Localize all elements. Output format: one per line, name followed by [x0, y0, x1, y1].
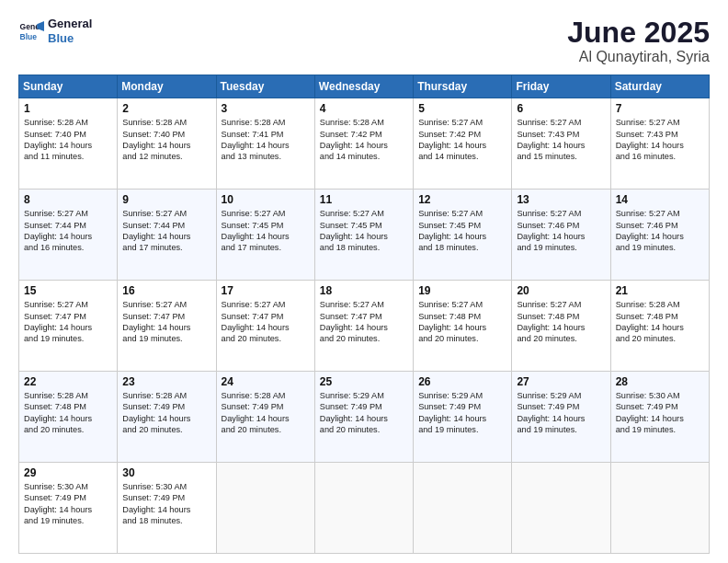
day-number: 3: [222, 102, 310, 115]
cell-line: Sunrise: 5:29 AM: [320, 390, 408, 401]
cell-line: Sunset: 7:47 PM: [320, 311, 408, 322]
cell-line: Sunset: 7:46 PM: [616, 220, 704, 231]
cell-line: Sunrise: 5:27 AM: [222, 299, 310, 310]
cell-line: and 18 minutes.: [320, 242, 408, 253]
table-row: [414, 463, 512, 554]
day-number: 6: [517, 102, 605, 115]
header-thursday: Thursday: [414, 75, 512, 98]
header-friday: Friday: [512, 75, 610, 98]
cell-line: and 17 minutes.: [122, 242, 210, 253]
day-number: 11: [320, 193, 408, 206]
table-row: 6Sunrise: 5:27 AMSunset: 7:43 PMDaylight…: [512, 98, 610, 190]
day-number: 28: [616, 375, 704, 388]
cell-line: and 19 minutes.: [517, 242, 605, 253]
cell-line: and 17 minutes.: [222, 242, 310, 253]
cell-line: Sunrise: 5:28 AM: [122, 390, 210, 401]
day-number: 30: [122, 466, 210, 479]
cell-line: Sunset: 7:47 PM: [24, 311, 112, 322]
cell-line: Daylight: 14 hours: [418, 140, 506, 151]
cell-line: Daylight: 14 hours: [122, 413, 210, 424]
cell-line: and 20 minutes.: [222, 333, 310, 344]
cell-line: and 19 minutes.: [418, 424, 506, 435]
table-row: 27Sunrise: 5:29 AMSunset: 7:49 PMDayligh…: [512, 372, 610, 463]
cell-line: Daylight: 14 hours: [24, 140, 112, 151]
calendar-row: 8Sunrise: 5:27 AMSunset: 7:44 PMDaylight…: [19, 190, 710, 281]
cell-line: Sunrise: 5:28 AM: [616, 299, 704, 310]
cell-line: Sunset: 7:45 PM: [418, 220, 506, 231]
header-tuesday: Tuesday: [216, 75, 314, 98]
cell-line: Daylight: 14 hours: [320, 231, 408, 242]
table-row: 18Sunrise: 5:27 AMSunset: 7:47 PMDayligh…: [314, 281, 413, 372]
cell-line: Sunset: 7:44 PM: [122, 220, 210, 231]
cell-line: Sunset: 7:48 PM: [517, 311, 605, 322]
day-number: 10: [222, 193, 310, 206]
cell-line: and 16 minutes.: [616, 151, 704, 162]
cell-line: Sunrise: 5:27 AM: [418, 208, 506, 219]
cell-line: Sunset: 7:47 PM: [222, 311, 310, 322]
table-row: 12Sunrise: 5:27 AMSunset: 7:45 PMDayligh…: [414, 190, 512, 281]
table-row: 5Sunrise: 5:27 AMSunset: 7:42 PMDaylight…: [414, 98, 512, 190]
cell-line: and 19 minutes.: [616, 424, 704, 435]
day-number: 18: [320, 284, 408, 297]
cell-line: Daylight: 14 hours: [418, 231, 506, 242]
table-row: 11Sunrise: 5:27 AMSunset: 7:45 PMDayligh…: [314, 190, 413, 281]
day-number: 21: [616, 284, 704, 297]
cell-line: and 19 minutes.: [24, 515, 112, 526]
cell-line: and 20 minutes.: [616, 333, 704, 344]
cell-line: Sunrise: 5:28 AM: [24, 390, 112, 401]
cell-line: Sunrise: 5:28 AM: [320, 117, 408, 128]
day-number: 5: [418, 102, 506, 115]
calendar-row: 1Sunrise: 5:28 AMSunset: 7:40 PMDaylight…: [19, 98, 710, 190]
table-row: 10Sunrise: 5:27 AMSunset: 7:45 PMDayligh…: [216, 190, 314, 281]
day-number: 29: [24, 466, 112, 479]
cell-line: and 20 minutes.: [24, 424, 112, 435]
calendar-row: 29Sunrise: 5:30 AMSunset: 7:49 PMDayligh…: [19, 463, 710, 554]
table-row: 30Sunrise: 5:30 AMSunset: 7:49 PMDayligh…: [118, 463, 216, 554]
cell-line: Sunset: 7:48 PM: [418, 311, 506, 322]
table-row: 29Sunrise: 5:30 AMSunset: 7:49 PMDayligh…: [19, 463, 118, 554]
cell-line: Daylight: 14 hours: [418, 322, 506, 333]
cell-line: Daylight: 14 hours: [222, 322, 310, 333]
calendar-row: 22Sunrise: 5:28 AMSunset: 7:48 PMDayligh…: [19, 372, 710, 463]
cell-line: Sunset: 7:46 PM: [517, 220, 605, 231]
cell-line: Sunrise: 5:28 AM: [122, 117, 210, 128]
table-row: 8Sunrise: 5:27 AMSunset: 7:44 PMDaylight…: [19, 190, 118, 281]
cell-line: and 20 minutes.: [418, 333, 506, 344]
day-number: 26: [418, 375, 506, 388]
cell-line: Sunrise: 5:27 AM: [517, 299, 605, 310]
cell-line: and 16 minutes.: [24, 242, 112, 253]
cell-line: and 20 minutes.: [222, 424, 310, 435]
day-number: 4: [320, 102, 408, 115]
cell-line: and 20 minutes.: [517, 333, 605, 344]
cell-line: Daylight: 14 hours: [320, 140, 408, 151]
cell-line: Sunrise: 5:27 AM: [122, 299, 210, 310]
day-number: 7: [616, 102, 704, 115]
table-row: 22Sunrise: 5:28 AMSunset: 7:48 PMDayligh…: [19, 372, 118, 463]
cell-line: Daylight: 14 hours: [222, 413, 310, 424]
day-number: 13: [517, 193, 605, 206]
cell-line: Daylight: 14 hours: [24, 413, 112, 424]
cell-line: and 19 minutes.: [616, 242, 704, 253]
cell-line: Sunset: 7:45 PM: [222, 220, 310, 231]
day-number: 20: [517, 284, 605, 297]
subtitle: Al Qunaytirah, Syria: [567, 49, 710, 65]
cell-line: Sunset: 7:47 PM: [122, 311, 210, 322]
table-row: 9Sunrise: 5:27 AMSunset: 7:44 PMDaylight…: [118, 190, 216, 281]
cell-line: Daylight: 14 hours: [122, 504, 210, 515]
table-row: 23Sunrise: 5:28 AMSunset: 7:49 PMDayligh…: [118, 372, 216, 463]
header-row: Sunday Monday Tuesday Wednesday Thursday…: [19, 75, 710, 98]
title-block: June 2025 Al Qunaytirah, Syria: [567, 17, 710, 65]
day-number: 14: [616, 193, 704, 206]
table-row: 28Sunrise: 5:30 AMSunset: 7:49 PMDayligh…: [610, 372, 709, 463]
cell-line: and 12 minutes.: [122, 151, 210, 162]
table-row: [216, 463, 314, 554]
cell-line: Sunset: 7:42 PM: [320, 129, 408, 140]
day-number: 15: [24, 284, 112, 297]
cell-line: Sunrise: 5:28 AM: [24, 117, 112, 128]
header-wednesday: Wednesday: [314, 75, 413, 98]
cell-line: Sunrise: 5:27 AM: [122, 208, 210, 219]
page: General Blue General Blue June 2025 Al Q…: [0, 0, 728, 563]
cell-line: Sunset: 7:40 PM: [122, 129, 210, 140]
day-number: 23: [122, 375, 210, 388]
table-row: 21Sunrise: 5:28 AMSunset: 7:48 PMDayligh…: [610, 281, 709, 372]
